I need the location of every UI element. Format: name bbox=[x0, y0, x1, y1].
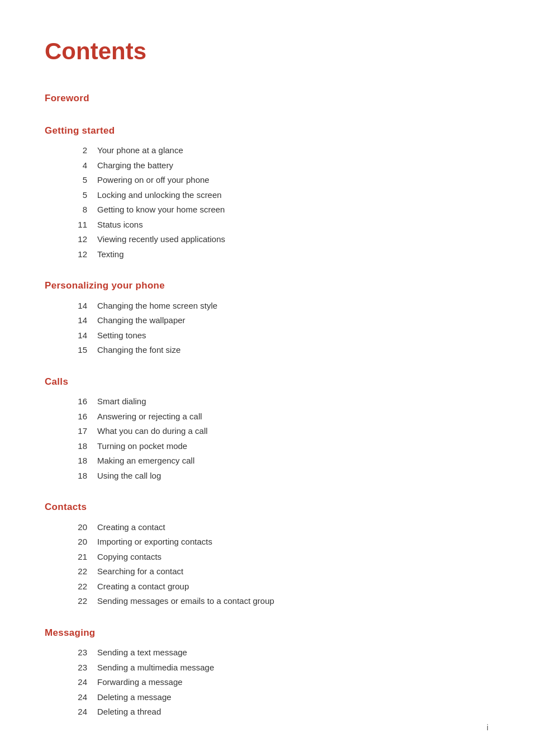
toc-page-number: 18 bbox=[67, 455, 87, 467]
toc-entry: 24Deleting a message bbox=[45, 691, 488, 704]
section-title-calls: Calls bbox=[45, 375, 488, 389]
toc-entry-label: Setting tones bbox=[97, 329, 146, 342]
toc-page-number: 4 bbox=[67, 159, 87, 172]
toc-list-getting-started: 2Your phone at a glance4Charging the bat… bbox=[45, 144, 488, 261]
toc-list-calls: 16Smart dialing16Answering or rejecting … bbox=[45, 395, 488, 482]
toc-page-number: 2 bbox=[67, 144, 87, 157]
toc-page-number: 24 bbox=[67, 691, 87, 704]
section-title-foreword: Foreword bbox=[45, 91, 488, 106]
toc-entry-label: Changing the home screen style bbox=[97, 300, 217, 313]
toc-entry: 22Creating a contact group bbox=[45, 580, 488, 593]
toc-entry-label: Texting bbox=[97, 248, 124, 261]
toc-entry: 14Setting tones bbox=[45, 329, 488, 342]
toc-entry: 4Charging the battery bbox=[45, 159, 488, 172]
toc-page-number: 18 bbox=[67, 440, 87, 453]
toc-entry-label: Sending messages or emails to a contact … bbox=[97, 595, 274, 608]
toc-entry: 24Deleting a thread bbox=[45, 706, 488, 719]
toc-entry-label: Locking and unlocking the screen bbox=[97, 189, 222, 202]
toc-page-number: 23 bbox=[67, 646, 87, 659]
toc-entry: 18Making an emergency call bbox=[45, 455, 488, 467]
toc-entry-label: Forwarding a message bbox=[97, 676, 183, 689]
toc-entry-label: Changing the font size bbox=[97, 344, 180, 357]
toc-entry-label: What you can do during a call bbox=[97, 425, 208, 438]
toc-entry-label: Charging the battery bbox=[97, 159, 173, 172]
toc-entry: 23Sending a multimedia message bbox=[45, 662, 488, 674]
toc-page-number: 18 bbox=[67, 470, 87, 483]
toc-entry: 5Powering on or off your phone bbox=[45, 174, 488, 187]
page-footer: i bbox=[487, 722, 488, 734]
toc-entry-label: Searching for a contact bbox=[97, 565, 183, 578]
toc-page-number: 22 bbox=[67, 580, 87, 593]
section-personalizing: Personalizing your phone14Changing the h… bbox=[45, 278, 488, 357]
toc-entry: 14Changing the wallpaper bbox=[45, 314, 488, 327]
toc-page-number: 20 bbox=[67, 521, 87, 534]
toc-entry-label: Viewing recently used applications bbox=[97, 233, 225, 246]
toc-entry: 23Sending a text message bbox=[45, 646, 488, 659]
toc-page-number: 21 bbox=[67, 551, 87, 564]
section-contacts: Contacts20Creating a contact20Importing … bbox=[45, 500, 488, 608]
toc-page-number: 24 bbox=[67, 676, 87, 689]
toc-page-number: 16 bbox=[67, 395, 87, 408]
toc-entry: 11Status icons bbox=[45, 219, 488, 231]
toc-entry-label: Status icons bbox=[97, 219, 143, 231]
toc-entry-label: Creating a contact bbox=[97, 521, 165, 534]
toc-entry-label: Smart dialing bbox=[97, 395, 146, 408]
toc-entry: 18Turning on pocket mode bbox=[45, 440, 488, 453]
toc-page-number: 14 bbox=[67, 329, 87, 342]
toc-page-number: 20 bbox=[67, 536, 87, 549]
toc-entry: 21Copying contacts bbox=[45, 551, 488, 564]
toc-entry: 12Texting bbox=[45, 248, 488, 261]
toc-entry-label: Sending a text message bbox=[97, 646, 187, 659]
toc-entry-label: Your phone at a glance bbox=[97, 144, 183, 157]
section-title-messaging: Messaging bbox=[45, 626, 488, 640]
toc-entry-label: Deleting a thread bbox=[97, 706, 161, 719]
toc-page-number: 22 bbox=[67, 595, 87, 608]
section-foreword: Foreword bbox=[45, 91, 488, 106]
toc-entry-label: Using the call log bbox=[97, 470, 161, 483]
toc-entry: 5Locking and unlocking the screen bbox=[45, 189, 488, 202]
toc-page-number: 15 bbox=[67, 344, 87, 357]
toc-page-number: 12 bbox=[67, 248, 87, 261]
toc-page-number: 22 bbox=[67, 565, 87, 578]
toc-entry: 8Getting to know your home screen bbox=[45, 204, 488, 216]
toc-page-number: 11 bbox=[67, 219, 87, 231]
toc-entry: 22Sending messages or emails to a contac… bbox=[45, 595, 488, 608]
toc-page-number: 14 bbox=[67, 314, 87, 327]
toc-entry: 2Your phone at a glance bbox=[45, 144, 488, 157]
toc-entry-label: Copying contacts bbox=[97, 551, 161, 564]
section-title-personalizing: Personalizing your phone bbox=[45, 278, 488, 293]
toc-entry: 20Creating a contact bbox=[45, 521, 488, 534]
toc-entry: 12Viewing recently used applications bbox=[45, 233, 488, 246]
toc-entry: 22Searching for a contact bbox=[45, 565, 488, 578]
toc-entry-label: Turning on pocket mode bbox=[97, 440, 187, 453]
toc-entry-label: Sending a multimedia message bbox=[97, 662, 214, 674]
toc-entry: 18Using the call log bbox=[45, 470, 488, 483]
section-calls: Calls16Smart dialing16Answering or rejec… bbox=[45, 375, 488, 483]
toc-entry: 17What you can do during a call bbox=[45, 425, 488, 438]
toc-list-messaging: 23Sending a text message23Sending a mult… bbox=[45, 646, 488, 719]
toc-page-number: 12 bbox=[67, 233, 87, 246]
section-messaging: Messaging23Sending a text message23Sendi… bbox=[45, 626, 488, 719]
toc-page-number: 23 bbox=[67, 662, 87, 674]
page-title: Contents bbox=[45, 34, 488, 69]
toc-entry: 15Changing the font size bbox=[45, 344, 488, 357]
toc-page-number: 8 bbox=[67, 204, 87, 216]
toc-list-contacts: 20Creating a contact20Importing or expor… bbox=[45, 521, 488, 608]
toc-entry-label: Answering or rejecting a call bbox=[97, 410, 202, 423]
toc-page-number: 14 bbox=[67, 300, 87, 313]
toc-page-number: 24 bbox=[67, 706, 87, 719]
section-title-contacts: Contacts bbox=[45, 500, 488, 514]
section-title-getting-started: Getting started bbox=[45, 124, 488, 138]
toc-page-number: 16 bbox=[67, 410, 87, 423]
toc-entry: 16Answering or rejecting a call bbox=[45, 410, 488, 423]
toc-list-personalizing: 14Changing the home screen style14Changi… bbox=[45, 300, 488, 357]
toc-entry: 24Forwarding a message bbox=[45, 676, 488, 689]
toc-entry-label: Creating a contact group bbox=[97, 580, 189, 593]
toc-entry-label: Changing the wallpaper bbox=[97, 314, 185, 327]
toc-entry-label: Powering on or off your phone bbox=[97, 174, 210, 187]
toc-page-number: 5 bbox=[67, 174, 87, 187]
toc-entry-label: Getting to know your home screen bbox=[97, 204, 225, 216]
toc-page-number: 17 bbox=[67, 425, 87, 438]
section-getting-started: Getting started2Your phone at a glance4C… bbox=[45, 124, 488, 261]
toc-entry-label: Making an emergency call bbox=[97, 455, 194, 467]
